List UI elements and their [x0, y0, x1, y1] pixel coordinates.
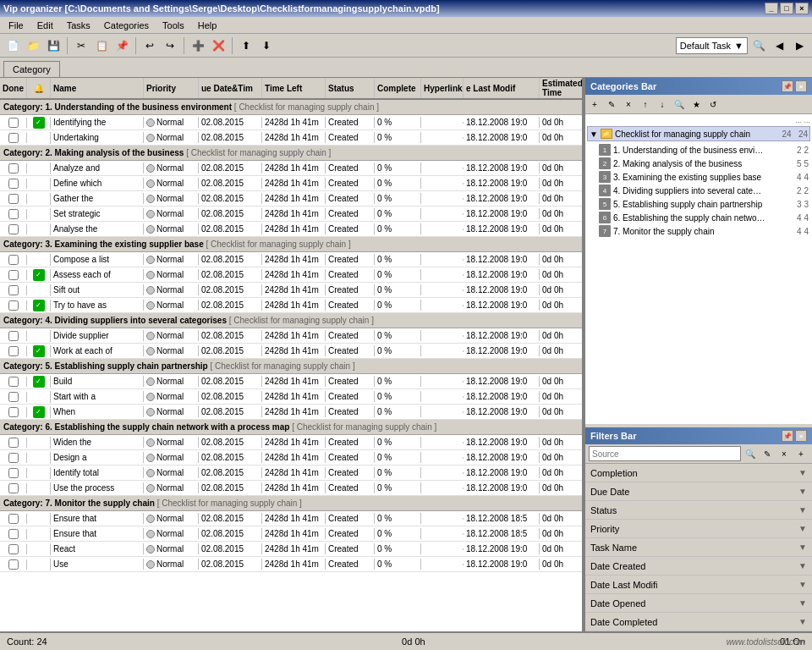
toolbar-up[interactable]: ⬆	[237, 36, 255, 55]
task-done[interactable]	[0, 209, 27, 219]
task-done[interactable]	[0, 133, 27, 143]
filter-clear-btn[interactable]: ×	[776, 446, 792, 461]
table-row[interactable]: Set strategic Normal 02.08.2015 2428d 1h…	[0, 207, 582, 222]
header-priority[interactable]: Priority	[144, 78, 199, 98]
task-done[interactable]	[0, 392, 27, 402]
header-name[interactable]: Name	[51, 78, 144, 98]
table-row[interactable]: Start with a Normal 02.08.2015 2428d 1h …	[0, 389, 582, 405]
minimize-button[interactable]: _	[765, 3, 778, 14]
task-checkbox[interactable]	[8, 179, 19, 189]
task-checkbox[interactable]	[8, 331, 19, 341]
task-done[interactable]	[0, 270, 27, 280]
cats-edit[interactable]: ✎	[604, 96, 619, 112]
cats-refresh[interactable]: ↺	[705, 96, 721, 112]
task-checkbox[interactable]	[8, 559, 19, 570]
task-checkbox[interactable]	[8, 438, 19, 448]
table-row[interactable]: ✓ Identifying the Normal 02.08.2015 2428…	[0, 115, 582, 130]
list-item[interactable]: 4 4. Dividing suppliers into several cat…	[587, 184, 810, 197]
table-row[interactable]: Design a Normal 02.08.2015 2428d 1h 41m …	[0, 450, 582, 465]
task-done[interactable]	[0, 544, 27, 554]
filter-row[interactable]: Date Completed ▼	[585, 613, 812, 631]
table-row[interactable]: Undertaking Normal 02.08.2015 2428d 1h 4…	[0, 130, 582, 146]
filter-row[interactable]: Date Last Modifi ▼	[585, 576, 812, 594]
task-checkbox[interactable]	[8, 133, 19, 143]
restore-button[interactable]: □	[780, 3, 793, 14]
list-item[interactable]: 7 7. Monitor the supply chain 4 4	[587, 224, 810, 238]
table-row[interactable]: Divide supplier Normal 02.08.2015 2428d …	[0, 328, 582, 344]
list-item[interactable]: 1 1. Understanding of the business envir…	[587, 143, 810, 157]
task-done[interactable]	[0, 255, 27, 265]
table-row[interactable]: Widen the Normal 02.08.2015 2428d 1h 41m…	[0, 435, 582, 450]
toolbar-prev[interactable]: ◀	[770, 36, 788, 55]
table-row[interactable]: Gather the Normal 02.08.2015 2428d 1h 41…	[0, 191, 582, 207]
filter-row[interactable]: Task Name ▼	[585, 538, 812, 557]
task-done[interactable]	[0, 514, 27, 524]
task-checkbox[interactable]	[8, 514, 19, 524]
filter-row[interactable]: Completion ▼	[585, 464, 812, 482]
task-checkbox[interactable]	[8, 255, 19, 265]
table-row[interactable]: ✓ Build Normal 02.08.2015 2428d 1h 41m C…	[0, 374, 582, 389]
menu-help[interactable]: Help	[193, 19, 222, 32]
task-checkbox[interactable]	[8, 270, 19, 280]
task-done[interactable]	[0, 194, 27, 204]
cats-del[interactable]: ×	[621, 96, 636, 112]
task-done[interactable]	[0, 224, 27, 234]
toolbar-cut[interactable]: ✂	[72, 36, 91, 55]
task-checkbox[interactable]	[8, 392, 19, 402]
task-grid[interactable]: Done 🔔 Name Priority ue Date&Tim Time Le…	[0, 78, 584, 631]
task-done[interactable]	[0, 407, 27, 417]
filter-edit-btn[interactable]: ✎	[760, 446, 775, 461]
table-row[interactable]: ✓ Try to have as Normal 02.08.2015 2428d…	[0, 298, 582, 313]
header-complete[interactable]: Complete	[375, 78, 421, 98]
task-done[interactable]	[0, 346, 27, 356]
task-checkbox[interactable]	[8, 483, 19, 493]
task-checkbox[interactable]	[8, 544, 19, 554]
table-row[interactable]: Use the process Normal 02.08.2015 2428d …	[0, 481, 582, 496]
list-item[interactable]: 5 5. Establishing supply chain partnersh…	[587, 197, 810, 211]
toolbar-add[interactable]: ➕	[189, 36, 207, 55]
header-timeleft[interactable]: Time Left	[262, 78, 326, 98]
cats-up[interactable]: ↑	[638, 96, 653, 112]
table-row[interactable]: Analyse the Normal 02.08.2015 2428d 1h 4…	[0, 222, 582, 237]
table-row[interactable]: ✓ Work at each of Normal 02.08.2015 2428…	[0, 344, 582, 359]
table-row[interactable]: React Normal 02.08.2015 2428d 1h 41m Cre…	[0, 542, 582, 557]
header-lastmod[interactable]: e Last Modif	[464, 78, 540, 98]
toolbar-new[interactable]: 📄	[3, 36, 22, 55]
header-due[interactable]: ue Date&Tim	[199, 78, 262, 98]
table-row[interactable]: Ensure that Normal 02.08.2015 2428d 1h 4…	[0, 511, 582, 526]
task-checkbox[interactable]	[8, 209, 19, 219]
close-button[interactable]: ×	[795, 3, 809, 14]
cats-add[interactable]: +	[587, 96, 602, 112]
task-checkbox[interactable]	[8, 453, 19, 463]
list-item[interactable]: 2 2. Making analysis of the business 5 5	[587, 157, 810, 170]
menu-edit[interactable]: Edit	[32, 19, 58, 32]
table-row[interactable]: Use Normal 02.08.2015 2428d 1h 41m Creat…	[0, 557, 582, 572]
task-done[interactable]	[0, 468, 27, 478]
header-status[interactable]: Status	[326, 78, 375, 98]
task-checkbox[interactable]	[8, 407, 19, 417]
filter-row[interactable]: Date Opened ▼	[585, 594, 812, 613]
menu-categories[interactable]: Categories	[99, 19, 154, 32]
toolbar-undo[interactable]: ↩	[140, 36, 159, 55]
filter-row[interactable]: Date Created ▼	[585, 557, 812, 576]
filter-row[interactable]: Priority ▼	[585, 520, 812, 538]
menu-tasks[interactable]: Tasks	[62, 19, 96, 32]
task-checkbox[interactable]	[8, 468, 19, 478]
category-tab[interactable]: Category	[3, 61, 60, 77]
header-estimated[interactable]: Estimated Time	[540, 78, 584, 98]
task-done[interactable]	[0, 163, 27, 174]
menu-file[interactable]: File	[3, 19, 29, 32]
task-checkbox[interactable]	[8, 118, 19, 128]
task-done[interactable]	[0, 559, 27, 570]
list-item[interactable]: 3 3. Examining the existing supplies bas…	[587, 170, 810, 184]
task-checkbox[interactable]	[8, 346, 19, 356]
task-checkbox[interactable]	[8, 194, 19, 204]
task-done[interactable]	[0, 483, 27, 493]
task-done[interactable]	[0, 300, 27, 311]
task-checkbox[interactable]	[8, 300, 19, 311]
table-row[interactable]: ✓ When Normal 02.08.2015 2428d 1h 41m Cr…	[0, 405, 582, 420]
task-checkbox[interactable]	[8, 285, 19, 295]
filter-search-input[interactable]	[589, 446, 741, 461]
task-checkbox[interactable]	[8, 224, 19, 234]
filters-bar-pin[interactable]: 📌	[782, 430, 793, 442]
